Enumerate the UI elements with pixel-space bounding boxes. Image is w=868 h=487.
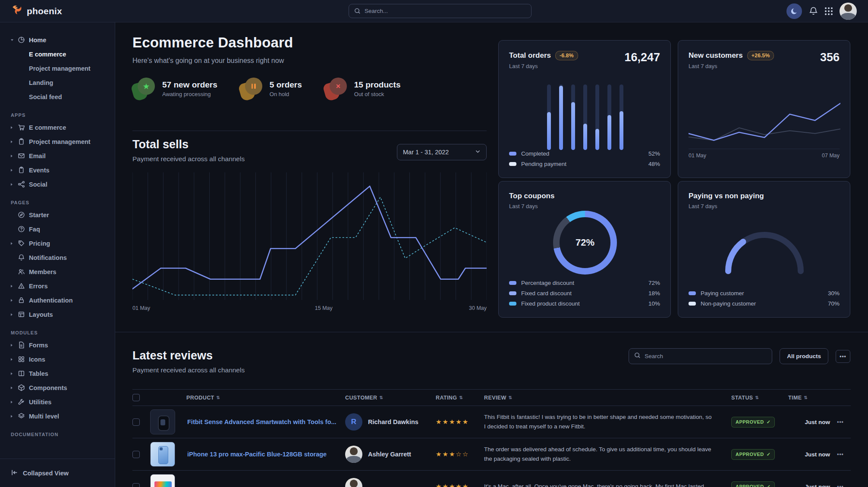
caret-right-icon (11, 140, 16, 143)
sidebar-item-tables[interactable]: Tables (0, 366, 115, 381)
sidebar-item-email[interactable]: Email (0, 149, 115, 163)
legend-value: 48% (648, 161, 660, 167)
sidebar-item-multi-level[interactable]: Multi level (0, 409, 115, 423)
sidebar-item-authentication[interactable]: Authentication (0, 293, 115, 307)
collapsed-view-toggle[interactable]: Collapsed View (0, 459, 115, 487)
share-icon (18, 181, 25, 188)
status-badge: APPROVED✓ (731, 449, 775, 460)
sidebar-subitem-e-commerce[interactable]: E commerce (0, 47, 115, 61)
row-menu-button[interactable]: ••• (830, 484, 851, 487)
sidebar-item-events[interactable]: Events (0, 163, 115, 177)
product-link[interactable]: Fitbit Sense Advanced Smartwatch with To… (183, 418, 342, 425)
sidebar-item-pricing[interactable]: Pricing (0, 236, 115, 250)
sidebar-item-e-commerce[interactable]: E commerce (0, 120, 115, 134)
x-icon: ✕ (324, 78, 348, 100)
more-options-button[interactable]: ••• (836, 350, 850, 363)
caret-right-icon (11, 401, 16, 403)
reviews-search[interactable] (629, 348, 772, 364)
row-checkbox[interactable] (132, 483, 140, 487)
sidebar-item-layouts[interactable]: Layouts (0, 307, 115, 322)
avatar-photo[interactable] (345, 446, 362, 463)
user-avatar[interactable] (840, 3, 857, 20)
caret-right-icon (11, 242, 16, 245)
row-menu-button[interactable]: ••• (830, 451, 851, 457)
row-menu-button[interactable]: ••• (830, 419, 851, 425)
page-title: Ecommerce Dashboard (132, 34, 293, 51)
sidebar-item-label: Faq (29, 226, 40, 233)
all-products-button[interactable]: All products (780, 348, 828, 364)
column-label: TIME (788, 395, 802, 401)
navbar-search-input[interactable] (365, 8, 526, 14)
sidebar-item-starter[interactable]: Starter (0, 208, 115, 222)
reviews-toolbar: All products ••• (629, 348, 850, 364)
sidebar-item-notifications[interactable]: Notifications (0, 250, 115, 265)
legend-value: 52% (648, 150, 660, 157)
sidebar-item-home[interactable]: Home (0, 33, 115, 47)
product-image-cell (147, 474, 183, 487)
sidebar-item-components[interactable]: Components (0, 381, 115, 395)
sidebar-item-icons[interactable]: Icons (0, 352, 115, 366)
sort-icon (459, 395, 463, 400)
sidebar-item-forms[interactable]: Forms (0, 338, 115, 352)
sidebar-item-social[interactable]: Social (0, 177, 115, 191)
column-label: PRODUCT (186, 395, 214, 401)
section-divider (115, 332, 868, 332)
column-header-rating[interactable]: RATING (432, 395, 481, 401)
navbar-search[interactable] (349, 4, 531, 18)
sidebar-subitem-social-feed[interactable]: Social feed (0, 90, 115, 104)
avatar-initial[interactable]: R (345, 413, 362, 431)
legend-row: Non-paying customer70% (689, 298, 840, 309)
chevron-down-icon (475, 149, 481, 156)
stat-sub: Out of stock (354, 91, 401, 97)
theme-toggle-moon-icon[interactable] (786, 3, 802, 19)
date-range-select[interactable]: Mar 1 - 31, 2022 (397, 144, 487, 160)
sidebar-item-errors[interactable]: Errors (0, 279, 115, 293)
time-value: Just now (785, 419, 830, 425)
layout-icon (18, 311, 25, 318)
column-header-review[interactable]: REVIEW (481, 395, 728, 401)
legend-label: Percentage discount (521, 280, 574, 286)
sidebar-item-project-management[interactable]: Project management (0, 134, 115, 149)
row-checkbox[interactable] (132, 451, 140, 458)
phoenix-logo-icon (11, 4, 23, 18)
sidebar-item-utilities[interactable]: Utilities (0, 395, 115, 409)
product-image-cell (147, 442, 183, 467)
legend-swatch (509, 152, 516, 156)
column-header-time[interactable]: TIME (785, 395, 830, 401)
row-checkbox[interactable] (132, 418, 140, 426)
mail-icon (18, 152, 25, 159)
total-sells-title: Total sells (132, 138, 245, 151)
bell-icon[interactable] (809, 6, 818, 16)
product-image-cell (147, 409, 183, 434)
sidebar-item-label: Project management (29, 138, 91, 145)
customer-cell (342, 478, 432, 487)
paying-card: Paying vs non paying Last 7 days Paying … (678, 181, 850, 318)
product-link[interactable]: iPhone 13 pro max-Pacific Blue-128GB sto… (183, 451, 342, 458)
sidebar-subitem-landing[interactable]: Landing (0, 75, 115, 90)
status-label: APPROVED (736, 484, 764, 487)
legend-label: Paying customer (701, 290, 744, 297)
avatar-photo[interactable] (345, 478, 362, 487)
sidebar-subitem-project-management[interactable]: Project management (0, 61, 115, 75)
product-image-iphone (150, 442, 175, 467)
reviews-search-input[interactable] (645, 353, 767, 359)
apps-grid-icon[interactable] (825, 7, 833, 15)
column-header-status[interactable]: STATUS (728, 395, 785, 401)
sidebar-item-label: Multi level (29, 413, 59, 420)
select-all-checkbox[interactable] (132, 394, 140, 401)
column-header-customer[interactable]: CUSTOMER (342, 395, 432, 401)
review-text: The order was delivered ahead of schedul… (481, 445, 728, 464)
sidebar-item-faq[interactable]: Faq (0, 222, 115, 236)
caret-right-icon (11, 415, 16, 418)
sidebar-item-label: E commerce (29, 124, 66, 131)
rating-stars: ★★★★★ (432, 418, 481, 426)
rating-stars: ★★★★★ (432, 483, 481, 487)
stat-sub: Awating processing (162, 91, 217, 97)
sidebar-item-members[interactable]: Members (0, 265, 115, 279)
pie-icon (18, 36, 25, 44)
latest-reviews-subtitle: Payment received across all channels (132, 366, 245, 374)
legend-row: Percentage discount72% (509, 278, 660, 288)
caret-right-icon (11, 126, 16, 129)
column-header-product[interactable]: PRODUCT (183, 395, 342, 401)
brand[interactable]: phoenix (11, 4, 62, 18)
